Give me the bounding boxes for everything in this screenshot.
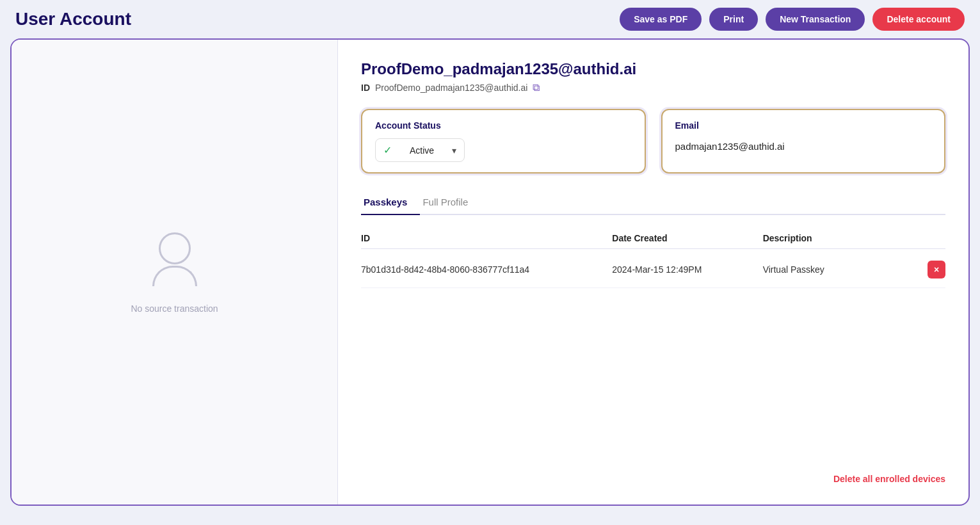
account-status-title: Account Status — [375, 120, 632, 131]
account-status-card: Account Status ✓ Active ▾ — [361, 109, 646, 174]
bottom-actions: Delete all enrolled devices — [361, 464, 945, 484]
print-button[interactable]: Print — [709, 8, 758, 31]
email-card-value: padmajan1235@authid.ai — [675, 138, 932, 152]
user-id-label: ID — [361, 83, 370, 93]
email-card: Email padmajan1235@authid.ai — [661, 109, 946, 174]
passkey-description: Virtual Passkey — [763, 264, 913, 275]
no-source-label: No source transaction — [131, 303, 218, 314]
save-as-pdf-button[interactable]: Save as PDF — [620, 8, 702, 31]
page-title: User Account — [15, 9, 131, 29]
copy-icon[interactable]: ⧉ — [533, 82, 540, 93]
avatar-body — [152, 266, 197, 286]
avatar-circle — [159, 232, 191, 264]
table-header: ID Date Created Description — [361, 228, 945, 249]
tab-full-profile[interactable]: Full Profile — [420, 191, 481, 215]
passkey-action: × — [913, 261, 945, 279]
col-header-date: Date Created — [612, 233, 762, 243]
active-check-icon: ✓ — [383, 144, 392, 156]
table-row: 7b01d31d-8d42-48b4-8060-836777cf11a4 202… — [361, 252, 945, 288]
header: User Account Save as PDF Print New Trans… — [0, 0, 980, 38]
tab-passkeys[interactable]: Passkeys — [361, 191, 420, 215]
col-header-id: ID — [361, 233, 612, 243]
header-actions: Save as PDF Print New Transaction Delete… — [620, 8, 965, 31]
user-email-title: ProofDemo_padmajan1235@authid.ai — [361, 60, 945, 78]
passkey-date: 2024-Mar-15 12:49PM — [612, 264, 762, 275]
delete-passkey-button[interactable]: × — [928, 261, 945, 279]
email-card-title: Email — [675, 120, 932, 131]
passkey-id: 7b01d31d-8d42-48b4-8060-836777cf11a4 — [361, 264, 612, 275]
chevron-down-icon: ▾ — [452, 145, 456, 156]
user-id-value: ProofDemo_padmajan1235@authid.ai — [375, 83, 527, 93]
delete-account-button[interactable]: Delete account — [872, 8, 965, 31]
main-card: No source transaction ProofDemo_padmajan… — [10, 38, 970, 506]
tabs-row: Passkeys Full Profile — [361, 191, 945, 215]
avatar — [146, 230, 204, 288]
status-dropdown[interactable]: ✓ Active ▾ — [375, 138, 465, 162]
right-panel: ProofDemo_padmajan1235@authid.ai ID Proo… — [338, 40, 968, 505]
col-header-action — [913, 233, 945, 243]
left-panel: No source transaction — [12, 40, 338, 505]
delete-all-devices-link[interactable]: Delete all enrolled devices — [833, 474, 945, 484]
status-active-label: Active — [410, 145, 434, 156]
col-header-description: Description — [763, 233, 913, 243]
new-transaction-button[interactable]: New Transaction — [766, 8, 865, 31]
info-cards-row: Account Status ✓ Active ▾ Email padmajan… — [361, 109, 945, 174]
user-id-row: ID ProofDemo_padmajan1235@authid.ai ⧉ — [361, 82, 945, 93]
